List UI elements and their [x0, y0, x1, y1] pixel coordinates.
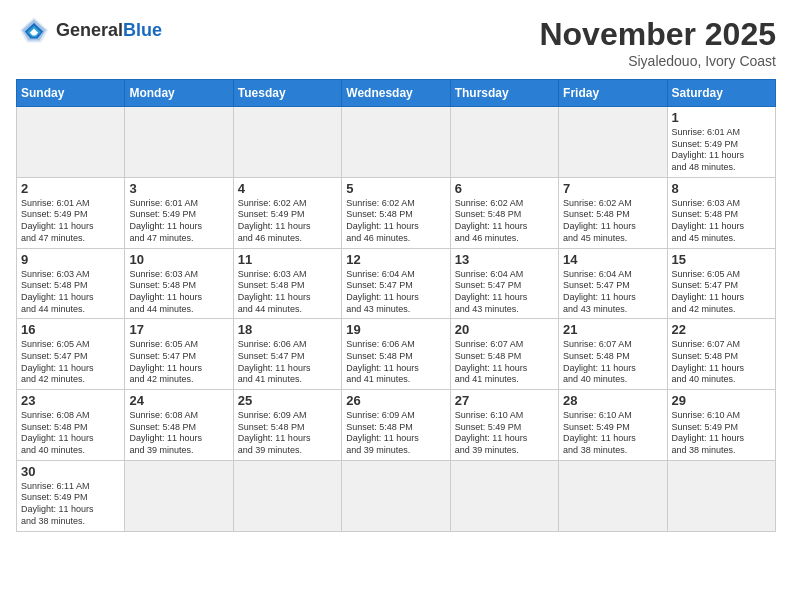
- day-info: Sunrise: 6:04 AM Sunset: 5:47 PM Dayligh…: [563, 269, 662, 316]
- day-info: Sunrise: 6:07 AM Sunset: 5:48 PM Dayligh…: [455, 339, 554, 386]
- calendar-table: SundayMondayTuesdayWednesdayThursdayFrid…: [16, 79, 776, 532]
- day-number: 13: [455, 252, 554, 267]
- logo-text-general: General: [56, 20, 123, 41]
- day-info: Sunrise: 6:07 AM Sunset: 5:48 PM Dayligh…: [672, 339, 771, 386]
- calendar-cell: 29Sunrise: 6:10 AM Sunset: 5:49 PM Dayli…: [667, 390, 775, 461]
- day-number: 22: [672, 322, 771, 337]
- calendar-cell: 28Sunrise: 6:10 AM Sunset: 5:49 PM Dayli…: [559, 390, 667, 461]
- calendar-cell: 21Sunrise: 6:07 AM Sunset: 5:48 PM Dayli…: [559, 319, 667, 390]
- calendar-cell: [233, 460, 341, 531]
- calendar-cell: 2Sunrise: 6:01 AM Sunset: 5:49 PM Daylig…: [17, 177, 125, 248]
- day-info: Sunrise: 6:05 AM Sunset: 5:47 PM Dayligh…: [129, 339, 228, 386]
- day-number: 19: [346, 322, 445, 337]
- day-info: Sunrise: 6:07 AM Sunset: 5:48 PM Dayligh…: [563, 339, 662, 386]
- calendar-week-row: 9Sunrise: 6:03 AM Sunset: 5:48 PM Daylig…: [17, 248, 776, 319]
- day-info: Sunrise: 6:03 AM Sunset: 5:48 PM Dayligh…: [129, 269, 228, 316]
- calendar-cell: [233, 107, 341, 178]
- day-info: Sunrise: 6:08 AM Sunset: 5:48 PM Dayligh…: [21, 410, 120, 457]
- calendar-cell: 17Sunrise: 6:05 AM Sunset: 5:47 PM Dayli…: [125, 319, 233, 390]
- month-title: November 2025: [539, 16, 776, 53]
- calendar-cell: 10Sunrise: 6:03 AM Sunset: 5:48 PM Dayli…: [125, 248, 233, 319]
- day-info: Sunrise: 6:03 AM Sunset: 5:48 PM Dayligh…: [21, 269, 120, 316]
- calendar-cell: 18Sunrise: 6:06 AM Sunset: 5:47 PM Dayli…: [233, 319, 341, 390]
- day-number: 18: [238, 322, 337, 337]
- day-number: 8: [672, 181, 771, 196]
- calendar-cell: 30Sunrise: 6:11 AM Sunset: 5:49 PM Dayli…: [17, 460, 125, 531]
- calendar-cell: 19Sunrise: 6:06 AM Sunset: 5:48 PM Dayli…: [342, 319, 450, 390]
- location: Siyaledouo, Ivory Coast: [539, 53, 776, 69]
- calendar-cell: [125, 460, 233, 531]
- title-section: November 2025 Siyaledouo, Ivory Coast: [539, 16, 776, 69]
- day-info: Sunrise: 6:04 AM Sunset: 5:47 PM Dayligh…: [455, 269, 554, 316]
- calendar-cell: 27Sunrise: 6:10 AM Sunset: 5:49 PM Dayli…: [450, 390, 558, 461]
- calendar-cell: [342, 460, 450, 531]
- day-info: Sunrise: 6:02 AM Sunset: 5:48 PM Dayligh…: [346, 198, 445, 245]
- calendar-cell: 24Sunrise: 6:08 AM Sunset: 5:48 PM Dayli…: [125, 390, 233, 461]
- column-header-tuesday: Tuesday: [233, 80, 341, 107]
- day-number: 16: [21, 322, 120, 337]
- day-number: 27: [455, 393, 554, 408]
- calendar-header-row: SundayMondayTuesdayWednesdayThursdayFrid…: [17, 80, 776, 107]
- day-number: 10: [129, 252, 228, 267]
- calendar-cell: 23Sunrise: 6:08 AM Sunset: 5:48 PM Dayli…: [17, 390, 125, 461]
- calendar-cell: [450, 107, 558, 178]
- calendar-week-row: 1Sunrise: 6:01 AM Sunset: 5:49 PM Daylig…: [17, 107, 776, 178]
- calendar-week-row: 30Sunrise: 6:11 AM Sunset: 5:49 PM Dayli…: [17, 460, 776, 531]
- calendar-cell: 14Sunrise: 6:04 AM Sunset: 5:47 PM Dayli…: [559, 248, 667, 319]
- column-header-thursday: Thursday: [450, 80, 558, 107]
- day-info: Sunrise: 6:03 AM Sunset: 5:48 PM Dayligh…: [238, 269, 337, 316]
- logo-text-blue: Blue: [123, 20, 162, 41]
- day-number: 5: [346, 181, 445, 196]
- day-info: Sunrise: 6:04 AM Sunset: 5:47 PM Dayligh…: [346, 269, 445, 316]
- calendar-cell: 3Sunrise: 6:01 AM Sunset: 5:49 PM Daylig…: [125, 177, 233, 248]
- calendar-cell: 6Sunrise: 6:02 AM Sunset: 5:48 PM Daylig…: [450, 177, 558, 248]
- day-info: Sunrise: 6:01 AM Sunset: 5:49 PM Dayligh…: [129, 198, 228, 245]
- day-info: Sunrise: 6:01 AM Sunset: 5:49 PM Dayligh…: [21, 198, 120, 245]
- day-number: 15: [672, 252, 771, 267]
- calendar-cell: [667, 460, 775, 531]
- calendar-week-row: 23Sunrise: 6:08 AM Sunset: 5:48 PM Dayli…: [17, 390, 776, 461]
- calendar-cell: [125, 107, 233, 178]
- day-info: Sunrise: 6:06 AM Sunset: 5:47 PM Dayligh…: [238, 339, 337, 386]
- calendar-cell: 5Sunrise: 6:02 AM Sunset: 5:48 PM Daylig…: [342, 177, 450, 248]
- day-number: 20: [455, 322, 554, 337]
- day-info: Sunrise: 6:11 AM Sunset: 5:49 PM Dayligh…: [21, 481, 120, 528]
- calendar-cell: 22Sunrise: 6:07 AM Sunset: 5:48 PM Dayli…: [667, 319, 775, 390]
- day-number: 17: [129, 322, 228, 337]
- calendar-cell: 25Sunrise: 6:09 AM Sunset: 5:48 PM Dayli…: [233, 390, 341, 461]
- calendar-cell: 26Sunrise: 6:09 AM Sunset: 5:48 PM Dayli…: [342, 390, 450, 461]
- day-number: 1: [672, 110, 771, 125]
- day-number: 25: [238, 393, 337, 408]
- day-number: 6: [455, 181, 554, 196]
- calendar-cell: [342, 107, 450, 178]
- day-info: Sunrise: 6:06 AM Sunset: 5:48 PM Dayligh…: [346, 339, 445, 386]
- column-header-saturday: Saturday: [667, 80, 775, 107]
- calendar-cell: 8Sunrise: 6:03 AM Sunset: 5:48 PM Daylig…: [667, 177, 775, 248]
- day-number: 7: [563, 181, 662, 196]
- day-number: 30: [21, 464, 120, 479]
- day-number: 28: [563, 393, 662, 408]
- day-number: 12: [346, 252, 445, 267]
- day-number: 29: [672, 393, 771, 408]
- calendar-cell: 4Sunrise: 6:02 AM Sunset: 5:49 PM Daylig…: [233, 177, 341, 248]
- calendar-cell: [17, 107, 125, 178]
- calendar-cell: 13Sunrise: 6:04 AM Sunset: 5:47 PM Dayli…: [450, 248, 558, 319]
- day-info: Sunrise: 6:08 AM Sunset: 5:48 PM Dayligh…: [129, 410, 228, 457]
- logo: GeneralBlue: [16, 16, 162, 44]
- day-number: 23: [21, 393, 120, 408]
- day-info: Sunrise: 6:03 AM Sunset: 5:48 PM Dayligh…: [672, 198, 771, 245]
- day-number: 14: [563, 252, 662, 267]
- day-info: Sunrise: 6:10 AM Sunset: 5:49 PM Dayligh…: [455, 410, 554, 457]
- calendar-cell: [450, 460, 558, 531]
- calendar-cell: 15Sunrise: 6:05 AM Sunset: 5:47 PM Dayli…: [667, 248, 775, 319]
- calendar-cell: 1Sunrise: 6:01 AM Sunset: 5:49 PM Daylig…: [667, 107, 775, 178]
- calendar-week-row: 2Sunrise: 6:01 AM Sunset: 5:49 PM Daylig…: [17, 177, 776, 248]
- column-header-monday: Monday: [125, 80, 233, 107]
- day-info: Sunrise: 6:05 AM Sunset: 5:47 PM Dayligh…: [21, 339, 120, 386]
- calendar-cell: 12Sunrise: 6:04 AM Sunset: 5:47 PM Dayli…: [342, 248, 450, 319]
- day-number: 11: [238, 252, 337, 267]
- general-blue-icon: [16, 16, 52, 44]
- calendar-cell: 20Sunrise: 6:07 AM Sunset: 5:48 PM Dayli…: [450, 319, 558, 390]
- day-info: Sunrise: 6:10 AM Sunset: 5:49 PM Dayligh…: [563, 410, 662, 457]
- calendar-cell: [559, 107, 667, 178]
